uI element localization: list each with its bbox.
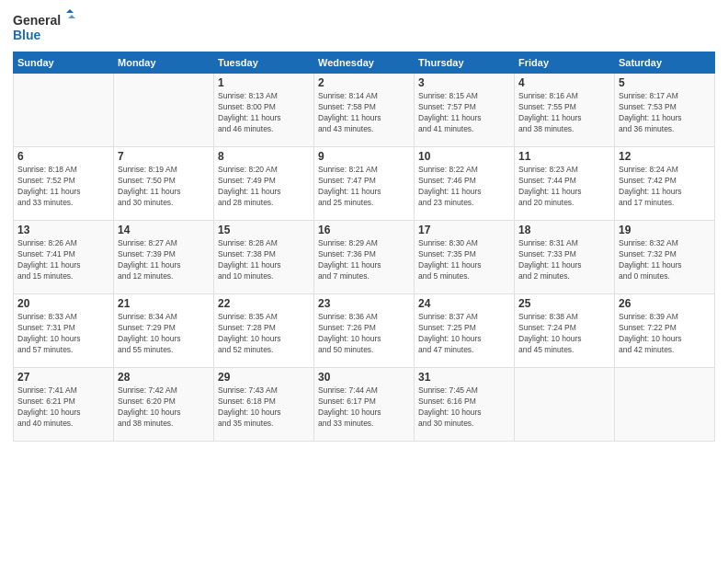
day-info: Sunrise: 8:31 AM Sunset: 7:33 PM Dayligh… (518, 238, 610, 282)
day-info: Sunrise: 8:18 AM Sunset: 7:52 PM Dayligh… (17, 165, 109, 209)
calendar-cell: 13Sunrise: 8:26 AM Sunset: 7:41 PM Dayli… (14, 221, 114, 294)
day-info: Sunrise: 8:35 AM Sunset: 7:28 PM Dayligh… (218, 312, 310, 356)
calendar-cell: 2Sunrise: 8:14 AM Sunset: 7:58 PM Daylig… (314, 74, 415, 147)
week-row-3: 13Sunrise: 8:26 AM Sunset: 7:41 PM Dayli… (14, 221, 715, 294)
day-info: Sunrise: 8:28 AM Sunset: 7:38 PM Dayligh… (218, 238, 310, 282)
day-number: 9 (318, 150, 410, 163)
day-info: Sunrise: 8:36 AM Sunset: 7:26 PM Dayligh… (318, 312, 410, 356)
day-info: Sunrise: 8:14 AM Sunset: 7:58 PM Dayligh… (318, 91, 410, 135)
day-info: Sunrise: 8:39 AM Sunset: 7:22 PM Dayligh… (619, 312, 711, 356)
day-number: 31 (418, 371, 510, 384)
day-number: 13 (17, 224, 109, 236)
day-info: Sunrise: 7:42 AM Sunset: 6:20 PM Dayligh… (118, 385, 210, 430)
day-number: 6 (17, 150, 109, 163)
calendar-cell: 11Sunrise: 8:23 AM Sunset: 7:44 PM Dayli… (515, 147, 615, 221)
calendar-cell (14, 74, 114, 147)
calendar-cell: 31Sunrise: 7:45 AM Sunset: 6:16 PM Dayli… (415, 368, 515, 442)
logo: General Blue (13, 9, 77, 46)
day-number: 26 (619, 297, 711, 310)
calendar-cell (114, 74, 214, 147)
week-row-4: 20Sunrise: 8:33 AM Sunset: 7:31 PM Dayli… (14, 294, 715, 368)
calendar-cell (615, 368, 715, 442)
day-info: Sunrise: 8:38 AM Sunset: 7:24 PM Dayligh… (518, 312, 610, 356)
day-info: Sunrise: 8:33 AM Sunset: 7:31 PM Dayligh… (17, 312, 109, 356)
day-number: 20 (17, 297, 109, 310)
week-row-5: 27Sunrise: 7:41 AM Sunset: 6:21 PM Dayli… (14, 368, 715, 442)
day-number: 14 (118, 224, 210, 236)
calendar-cell: 21Sunrise: 8:34 AM Sunset: 7:29 PM Dayli… (114, 294, 214, 368)
day-info: Sunrise: 8:20 AM Sunset: 7:49 PM Dayligh… (218, 165, 310, 209)
day-number: 29 (218, 371, 310, 384)
day-info: Sunrise: 8:21 AM Sunset: 7:47 PM Dayligh… (318, 165, 410, 209)
calendar-cell: 30Sunrise: 7:44 AM Sunset: 6:17 PM Dayli… (314, 368, 415, 442)
weekday-header-wednesday: Wednesday (314, 52, 415, 74)
weekday-header-friday: Friday (515, 52, 615, 74)
calendar-cell (515, 368, 615, 442)
calendar-cell: 19Sunrise: 8:32 AM Sunset: 7:32 PM Dayli… (615, 221, 715, 294)
calendar-cell: 3Sunrise: 8:15 AM Sunset: 7:57 PM Daylig… (415, 74, 515, 147)
day-number: 22 (218, 297, 310, 310)
day-info: Sunrise: 8:27 AM Sunset: 7:39 PM Dayligh… (118, 238, 210, 282)
calendar-cell: 1Sunrise: 8:13 AM Sunset: 8:00 PM Daylig… (214, 74, 314, 147)
weekday-header-saturday: Saturday (615, 52, 715, 74)
calendar-cell: 12Sunrise: 8:24 AM Sunset: 7:42 PM Dayli… (615, 147, 715, 221)
weekday-header-tuesday: Tuesday (214, 52, 314, 74)
day-number: 11 (518, 150, 610, 163)
svg-marker-3 (68, 15, 75, 18)
day-number: 1 (218, 76, 310, 89)
calendar-cell: 27Sunrise: 7:41 AM Sunset: 6:21 PM Dayli… (14, 368, 114, 442)
calendar-cell: 4Sunrise: 8:16 AM Sunset: 7:55 PM Daylig… (515, 74, 615, 147)
day-number: 24 (418, 297, 510, 310)
calendar-cell: 29Sunrise: 7:43 AM Sunset: 6:18 PM Dayli… (214, 368, 314, 442)
calendar-cell: 8Sunrise: 8:20 AM Sunset: 7:49 PM Daylig… (214, 147, 314, 221)
calendar-cell: 10Sunrise: 8:22 AM Sunset: 7:46 PM Dayli… (415, 147, 515, 221)
weekday-header-sunday: Sunday (14, 52, 114, 74)
calendar-cell: 7Sunrise: 8:19 AM Sunset: 7:50 PM Daylig… (114, 147, 214, 221)
calendar-cell: 26Sunrise: 8:39 AM Sunset: 7:22 PM Dayli… (615, 294, 715, 368)
weekday-header-row: SundayMondayTuesdayWednesdayThursdayFrid… (14, 52, 715, 74)
day-number: 5 (619, 76, 711, 89)
day-number: 16 (318, 224, 410, 236)
calendar-table: SundayMondayTuesdayWednesdayThursdayFrid… (13, 52, 715, 442)
day-info: Sunrise: 7:41 AM Sunset: 6:21 PM Dayligh… (17, 385, 109, 430)
calendar-cell: 17Sunrise: 8:30 AM Sunset: 7:35 PM Dayli… (415, 221, 515, 294)
day-info: Sunrise: 8:32 AM Sunset: 7:32 PM Dayligh… (619, 238, 711, 282)
svg-text:Blue: Blue (13, 28, 41, 42)
day-number: 17 (418, 224, 510, 236)
day-number: 7 (118, 150, 210, 163)
day-number: 25 (518, 297, 610, 310)
day-info: Sunrise: 8:13 AM Sunset: 8:00 PM Dayligh… (218, 91, 310, 135)
day-number: 30 (318, 371, 410, 384)
day-number: 4 (518, 76, 610, 89)
day-info: Sunrise: 8:34 AM Sunset: 7:29 PM Dayligh… (118, 312, 210, 356)
week-row-1: 1Sunrise: 8:13 AM Sunset: 8:00 PM Daylig… (14, 74, 715, 147)
weekday-header-monday: Monday (114, 52, 214, 74)
logo-svg: General Blue (13, 9, 77, 46)
day-info: Sunrise: 8:23 AM Sunset: 7:44 PM Dayligh… (518, 165, 610, 209)
day-number: 3 (418, 76, 510, 89)
day-number: 10 (418, 150, 510, 163)
calendar-cell: 18Sunrise: 8:31 AM Sunset: 7:33 PM Dayli… (515, 221, 615, 294)
day-info: Sunrise: 8:15 AM Sunset: 7:57 PM Dayligh… (418, 91, 510, 135)
calendar-cell: 14Sunrise: 8:27 AM Sunset: 7:39 PM Dayli… (114, 221, 214, 294)
calendar-cell: 16Sunrise: 8:29 AM Sunset: 7:36 PM Dayli… (314, 221, 415, 294)
calendar-cell: 6Sunrise: 8:18 AM Sunset: 7:52 PM Daylig… (14, 147, 114, 221)
weekday-header-thursday: Thursday (415, 52, 515, 74)
day-number: 21 (118, 297, 210, 310)
calendar-cell: 24Sunrise: 8:37 AM Sunset: 7:25 PM Dayli… (415, 294, 515, 368)
day-info: Sunrise: 8:29 AM Sunset: 7:36 PM Dayligh… (318, 238, 410, 282)
day-number: 19 (619, 224, 711, 236)
day-info: Sunrise: 8:37 AM Sunset: 7:25 PM Dayligh… (418, 312, 510, 356)
day-number: 18 (518, 224, 610, 236)
calendar-cell: 23Sunrise: 8:36 AM Sunset: 7:26 PM Dayli… (314, 294, 415, 368)
calendar-cell: 9Sunrise: 8:21 AM Sunset: 7:47 PM Daylig… (314, 147, 415, 221)
calendar-cell: 5Sunrise: 8:17 AM Sunset: 7:53 PM Daylig… (615, 74, 715, 147)
day-info: Sunrise: 8:19 AM Sunset: 7:50 PM Dayligh… (118, 165, 210, 209)
day-info: Sunrise: 7:43 AM Sunset: 6:18 PM Dayligh… (218, 385, 310, 430)
day-number: 2 (318, 76, 410, 89)
day-info: Sunrise: 8:30 AM Sunset: 7:35 PM Dayligh… (418, 238, 510, 282)
calendar-cell: 15Sunrise: 8:28 AM Sunset: 7:38 PM Dayli… (214, 221, 314, 294)
svg-text:General: General (13, 13, 61, 28)
page-container: General Blue SundayMondayTuesdayWednesda… (0, 0, 728, 449)
day-info: Sunrise: 8:16 AM Sunset: 7:55 PM Dayligh… (518, 91, 610, 135)
